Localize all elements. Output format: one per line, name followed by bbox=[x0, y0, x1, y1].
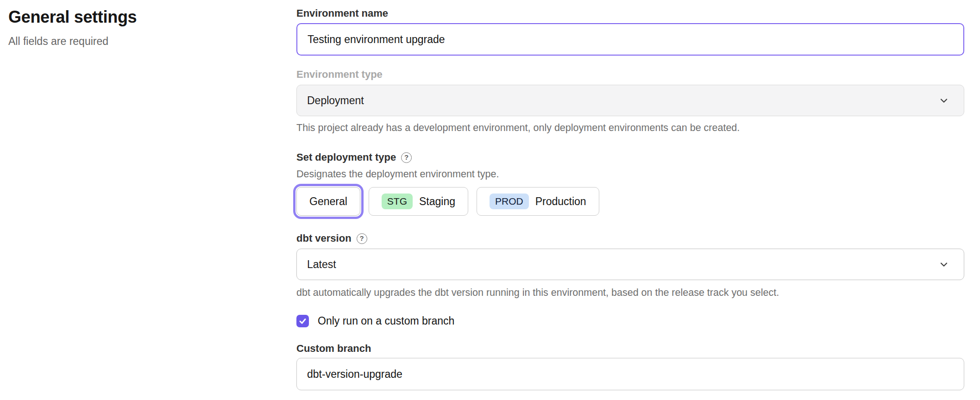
dbt-version-value: Latest bbox=[307, 258, 336, 271]
deployment-type-label: Set deployment type ? bbox=[296, 151, 964, 163]
deployment-type-description: Designates the deployment environment ty… bbox=[296, 168, 964, 180]
deployment-type-staging-button[interactable]: STG Staging bbox=[369, 187, 468, 216]
deployment-type-options: General STG Staging PROD Production bbox=[296, 187, 964, 216]
environment-name-input[interactable] bbox=[296, 23, 964, 56]
custom-branch-checkbox[interactable] bbox=[296, 315, 309, 327]
custom-branch-toggle-row: Only run on a custom branch bbox=[296, 315, 964, 327]
check-icon bbox=[298, 317, 307, 325]
environment-type-select[interactable]: Deployment bbox=[296, 85, 964, 116]
deployment-type-production-button[interactable]: PROD Production bbox=[477, 187, 599, 216]
custom-branch-label: Custom branch bbox=[296, 343, 964, 355]
environment-type-helper: This project already has a development e… bbox=[296, 122, 964, 134]
deployment-type-general-button[interactable]: General bbox=[296, 187, 360, 216]
help-icon[interactable]: ? bbox=[357, 233, 367, 244]
custom-branch-input[interactable] bbox=[296, 358, 964, 390]
help-icon[interactable]: ? bbox=[401, 152, 412, 163]
chevron-down-icon bbox=[938, 94, 950, 106]
environment-type-label: Environment type bbox=[296, 69, 964, 81]
dbt-version-helper: dbt automatically upgrades the dbt versi… bbox=[296, 287, 964, 299]
custom-branch-toggle-label: Only run on a custom branch bbox=[318, 315, 454, 327]
environment-settings-form: Environment name Environment type Deploy… bbox=[296, 0, 964, 390]
production-badge: PROD bbox=[490, 194, 529, 209]
environment-type-value: Deployment bbox=[307, 94, 364, 107]
dbt-version-select[interactable]: Latest bbox=[296, 249, 964, 280]
staging-badge: STG bbox=[382, 194, 413, 209]
chevron-down-icon bbox=[938, 258, 950, 270]
dbt-version-label: dbt version ? bbox=[296, 232, 964, 244]
page-title: General settings bbox=[8, 7, 268, 27]
environment-name-label: Environment name bbox=[296, 7, 964, 19]
settings-header: General settings All fields are required bbox=[8, 7, 268, 48]
page-subtitle: All fields are required bbox=[8, 35, 268, 48]
